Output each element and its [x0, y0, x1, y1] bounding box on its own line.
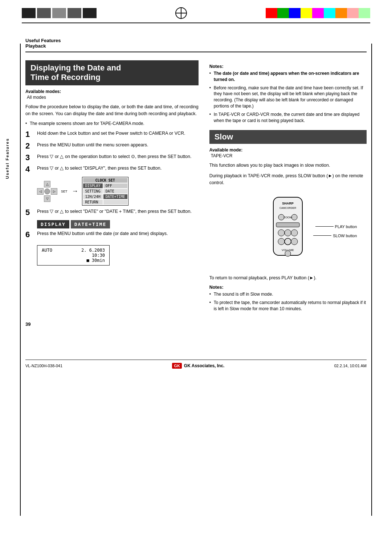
- black-bar-3: [52, 8, 66, 18]
- right-vline: [371, 44, 372, 516]
- step-list: 1 Hold down the Lock button and set the …: [25, 130, 199, 268]
- note-item-1: The date (or date and time) appears when…: [209, 70, 367, 83]
- date-display-label: AUTO: [42, 248, 52, 253]
- nav-down-row: ▽: [44, 195, 50, 202]
- camcorder-area: SHARP CAMCORDER ZOOM: [209, 190, 367, 271]
- color-bar-green: [277, 8, 289, 18]
- nav-control: △ ◁ ▷ ▽: [37, 181, 57, 202]
- color-bars-right: [266, 8, 370, 18]
- menu-cell-off: OFF: [103, 183, 127, 188]
- camcorder-diagram: SHARP CAMCORDER ZOOM: [252, 190, 324, 271]
- menu-cell-12h: 12H/24H: [83, 194, 103, 199]
- color-bar-red: [266, 8, 277, 18]
- svg-point-7: [291, 214, 297, 220]
- step-1-text: Hold down the Lock button and set the Po…: [37, 130, 199, 137]
- slow-return-text: To return to normal playback, press PLAY…: [209, 275, 367, 281]
- slow-button-label-container: SLOW button: [313, 234, 357, 238]
- menu-header-cell: CLOCK SET: [83, 178, 127, 183]
- crosshair-area: [97, 7, 266, 20]
- slow-notes-section: Notes: The sound is off in Slow mode. To…: [209, 285, 367, 312]
- two-column-layout: Displaying the Date andTime of Recording…: [25, 60, 367, 314]
- nav-center-btn: [44, 189, 50, 194]
- menu-header-row: CLOCK SET: [83, 178, 127, 183]
- play-button-label: PLAY button: [315, 224, 357, 229]
- available-mode-label: Available mode:: [209, 147, 367, 153]
- page-number: 39: [25, 321, 367, 327]
- left-vline: [20, 44, 21, 516]
- menu-row-return: RETURN: [83, 200, 127, 204]
- footer: VL-NZ100H-038-041 GK GK Associates, Inc.…: [25, 360, 367, 372]
- date-display-tape: ■ 30min: [86, 258, 105, 263]
- nav-up-btn: △: [44, 181, 50, 187]
- nav-up-row: △: [44, 181, 50, 187]
- step-2-number: 2: [25, 142, 33, 150]
- menu-row-12h: 12H/24H DATE+TIME: [83, 194, 127, 199]
- step-6: 6 Press the MENU button until the date (…: [25, 231, 199, 239]
- description-text: Follow the procedure below to display th…: [25, 104, 199, 117]
- menu-diagram: △ ◁ ▷ ▽ SET →: [37, 177, 199, 206]
- nav-mid-row: ◁ ▷: [37, 188, 57, 195]
- color-bar-yellow: [301, 8, 312, 18]
- header-section: Useful Features Playback: [25, 31, 367, 56]
- section-sublabel: Playback: [25, 43, 367, 49]
- slow-title-box: Slow: [209, 130, 367, 144]
- step-3-number: 3: [25, 154, 33, 162]
- step-2: 2 Press the MENU button until the menu s…: [25, 142, 199, 150]
- notes-section: Notes: The date (or date and time) appea…: [209, 64, 367, 123]
- display-bar-left: DISPLAY: [37, 220, 69, 228]
- color-bar-header: [0, 0, 392, 20]
- svg-text:SHARP: SHARP: [282, 202, 294, 205]
- section-title-box: Displaying the Date andTime of Recording: [25, 60, 199, 85]
- svg-text:ZOOM: ZOOM: [283, 216, 292, 219]
- slow-line: [313, 235, 331, 236]
- slow-notes-title: Notes:: [209, 285, 367, 290]
- step-5-text: Press ▽ or △ to select "DATE" or "DATE＋T…: [37, 208, 199, 215]
- svg-text:CAMCORDER: CAMCORDER: [279, 207, 296, 209]
- svg-point-17: [285, 251, 291, 256]
- date-display-row-2: 10:30: [42, 253, 105, 258]
- header-line: [25, 52, 367, 52]
- note-bold-1: The date (or date and time) appears when…: [214, 71, 359, 82]
- svg-point-11: [285, 230, 291, 236]
- svg-point-10: [278, 230, 285, 236]
- step-2-text: Press the MENU button until the menu scr…: [37, 142, 199, 149]
- svg-point-15: [291, 238, 298, 245]
- date-display-box: AUTO 2. 6.2003 10:30 ■ 30min: [37, 245, 110, 266]
- slow-description: This function allows you to play back im…: [209, 162, 367, 169]
- date-display-time: 10:30: [92, 253, 105, 258]
- section-label: Useful Features: [25, 38, 367, 43]
- available-mode-value: TAPE-VCR: [209, 153, 367, 158]
- main-content: Useful Features Playback Displaying the …: [0, 23, 392, 349]
- footer-logo-text: GK Associates, Inc.: [184, 363, 225, 368]
- black-bars-left: [22, 8, 97, 18]
- date-display-row-1: AUTO 2. 6.2003: [42, 248, 105, 253]
- menu-row-setting: SETTING DATE: [83, 189, 127, 194]
- step-5-number: 5: [25, 208, 33, 216]
- display-bar-container: DISPLAY DATE+TIME: [37, 220, 199, 228]
- display-bar-right: DATE+TIME: [71, 220, 110, 228]
- step-4-text: Press ▽ or △ to select "DISPLAY", then p…: [37, 165, 199, 172]
- nav-right-btn: ▷: [51, 188, 57, 195]
- right-column: Notes: The date (or date and time) appea…: [209, 60, 367, 314]
- step-1-number: 1: [25, 130, 33, 138]
- notes-title: Notes:: [209, 64, 367, 69]
- menu-cell-display: DISPLAY: [83, 183, 103, 188]
- arrow-icon: →: [72, 187, 78, 195]
- black-bar-1: [22, 8, 36, 18]
- step-1: 1 Hold down the Lock button and set the …: [25, 130, 199, 138]
- footer-left: VL-NZ100H-038-041: [25, 364, 62, 368]
- color-bar-pink: [347, 8, 359, 18]
- available-modes-value: All modes: [25, 95, 199, 100]
- black-bar-5: [83, 8, 97, 18]
- step-3: 3 Press ▽ or △ on the operation button t…: [25, 154, 199, 162]
- nav-down-btn: ▽: [44, 195, 50, 202]
- color-bar-lightgreen: [359, 8, 370, 18]
- slow-label-text: SLOW button: [333, 234, 357, 238]
- nav-left-btn: ◁: [37, 188, 44, 195]
- black-bar-4: [68, 8, 81, 18]
- menu-cell-empty: [103, 200, 127, 204]
- step-4-number: 4: [25, 165, 33, 173]
- play-line: [315, 226, 334, 227]
- slow-note-2: To protect the tape, the camcorder autom…: [209, 300, 367, 312]
- play-label-text: PLAY button: [335, 224, 357, 229]
